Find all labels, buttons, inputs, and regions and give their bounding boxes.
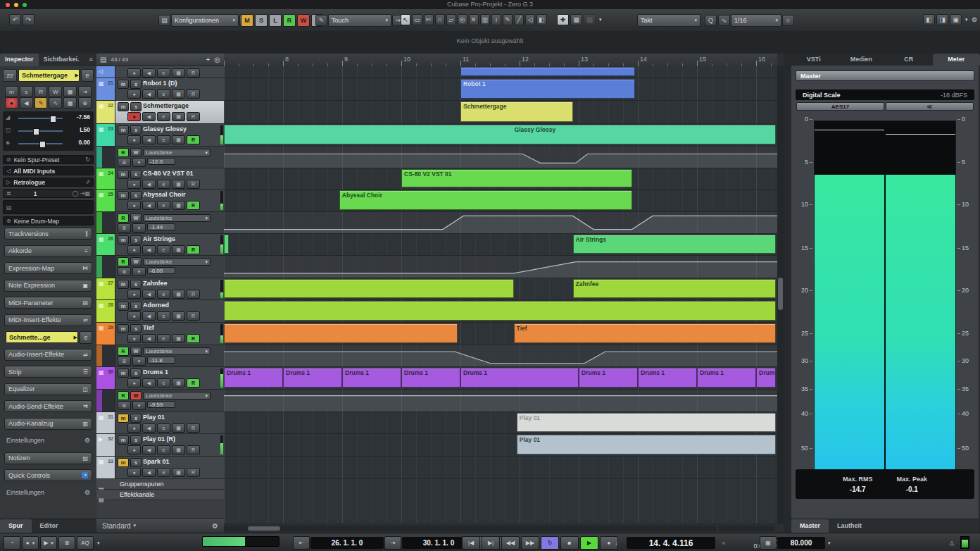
solo-button[interactable]: s (130, 369, 142, 378)
solo-button[interactable]: s (130, 80, 142, 89)
output-routing-field[interactable]: ▷ Retrologue ⇗ (3, 178, 94, 187)
clip-air-strings[interactable]: Air Strings (573, 235, 776, 254)
read-automation-button[interactable]: R (187, 290, 200, 299)
mute-button[interactable]: m (118, 102, 129, 111)
automation-list-icon[interactable]: ≣ (118, 401, 131, 410)
read-automation-button[interactable]: R (187, 378, 200, 388)
zoom-tool-icon[interactable]: ◎ (458, 14, 467, 25)
solo-button[interactable]: s (130, 414, 142, 423)
glue-tool-icon[interactable]: ∩ (435, 14, 445, 25)
instrument-icon[interactable]: ▦ (172, 468, 185, 477)
auto-quantize-button[interactable]: AQ (77, 536, 94, 550)
inspector-bottom-tab-editor[interactable]: Editor (32, 519, 67, 533)
monitor-button[interactable]: ◀ (142, 445, 156, 454)
read-automation-button[interactable]: R (187, 334, 200, 343)
tempo-value[interactable]: 80.000 (777, 537, 825, 549)
read-automation-button[interactable]: R (187, 468, 200, 477)
undo-icon[interactable]: ↶ (9, 14, 21, 25)
open-device-icon[interactable]: ⊕ (78, 97, 92, 109)
range-select-tool-icon[interactable]: ▭ (412, 14, 422, 25)
tempo-track-icon[interactable]: ▦ (760, 536, 777, 550)
solo-button[interactable]: s (130, 458, 142, 467)
edit-channel-button[interactable]: e (157, 468, 170, 477)
record-enable-button[interactable]: ● (127, 334, 141, 343)
automation-write-button[interactable]: W (130, 148, 142, 157)
object-select-tool-icon[interactable]: ↖ (401, 14, 410, 25)
horizontal-scrollbar[interactable] (224, 526, 717, 531)
mixer-icon[interactable]: ≣ (58, 536, 75, 550)
footer-gear-icon[interactable]: ⚙ (212, 522, 218, 530)
write-automation-button[interactable]: W (49, 86, 62, 97)
mute-tool-icon[interactable]: ✕ (469, 14, 479, 25)
mute-button[interactable]: m (118, 80, 129, 89)
track-row-play-01[interactable]: ▦31msPlay 01●◀e▦R (96, 412, 224, 434)
color-tool-icon[interactable]: ◧ (536, 14, 547, 25)
automation-mode-select[interactable]: Touch ▾ (328, 14, 391, 27)
clip-glassy-glossy[interactable]: Glassy Glossy (224, 125, 776, 144)
edit-channel-button[interactable]: e (157, 68, 170, 78)
record-enable-button[interactable]: ● (127, 290, 141, 299)
solo-button[interactable]: s (130, 280, 142, 289)
metronome-icon[interactable]: △ (944, 537, 960, 549)
automation-write-button[interactable]: W (130, 347, 142, 356)
inspector-section-audio-send-effekte[interactable]: Audio-Send-Effekte⇉ (4, 400, 92, 412)
record-enable-button[interactable]: ● (127, 112, 141, 121)
mute-button[interactable]: m (118, 170, 129, 179)
automation-curve-icon[interactable]: ▾ (132, 401, 146, 410)
record-enable-button[interactable]: ● (127, 311, 141, 321)
mute-button[interactable]: m (5, 86, 18, 97)
mute-button[interactable]: m (118, 125, 129, 135)
timeline-ruler[interactable]: 8910111213141516 (224, 54, 777, 67)
inspector-bottom-tab-spur[interactable]: Spur (0, 519, 32, 533)
automation-write-button[interactable]: W (130, 213, 142, 223)
record-enable-button[interactable]: ● (127, 89, 141, 99)
mute-button[interactable]: m (118, 280, 129, 289)
read-automation-button[interactable]: R (187, 135, 200, 144)
meter-tab-master[interactable]: Master (791, 519, 829, 533)
automation-lane[interactable]: RWLautstärke▾≣▾-12.0 (96, 147, 224, 168)
right-zone-tab-meter[interactable]: Meter (933, 54, 980, 66)
solo-button[interactable]: s (130, 191, 142, 200)
left-locator-value[interactable]: 26. 1. 1. 0 (310, 537, 384, 549)
automation-curve[interactable] (224, 147, 777, 168)
track-row-cs-80-v2-vst-01[interactable]: ▦24msCS-80 V2 VST 01●◀e▦R (96, 168, 224, 190)
goto-prev-marker-button[interactable]: |◀ (462, 536, 480, 550)
freeze-icon[interactable]: ▦ (63, 86, 77, 97)
instrument-icon[interactable]: ▦ (172, 311, 185, 321)
zoom-sliders[interactable] (719, 526, 775, 531)
automation-curve[interactable] (224, 345, 777, 366)
solo-button[interactable]: s (130, 235, 142, 244)
inspector-section-note-expression[interactable]: Note Expression▣ (4, 280, 92, 292)
edit-channel-button[interactable]: e (157, 135, 170, 144)
record-enable-button[interactable]: ● (127, 68, 141, 78)
transport-clock-icon[interactable]: ◔ (4, 536, 20, 550)
clip-play-01[interactable]: Play 01 (517, 435, 776, 454)
folder-track-gruppenspuren[interactable]: ▤Gruppenspuren (96, 479, 224, 490)
edit-channel-button[interactable]: e (157, 334, 170, 343)
track-search-icon[interactable]: ◎ (214, 56, 220, 63)
automation-parameter-select[interactable]: Lautstärke▾ (143, 258, 211, 266)
instrument-icon[interactable]: ▦ (172, 180, 185, 189)
monitor-button[interactable]: ◀ (142, 290, 156, 299)
automation-read-button[interactable]: R (118, 347, 129, 356)
automation-parameter-select[interactable]: Lautstärke▾ (143, 347, 211, 355)
mute-button[interactable]: m (118, 414, 129, 423)
solo-button[interactable]: s (130, 324, 142, 333)
clip-robot-1[interactable]: Robot 1 (460, 79, 635, 99)
instrument-icon[interactable]: ▦ (172, 445, 185, 454)
timewarp-tool-icon[interactable]: ≀ (491, 14, 501, 25)
comp-tool-icon[interactable]: ▥ (480, 14, 491, 25)
track-row-air-strings[interactable]: ▦26msAir Strings●◀e▦R (96, 234, 224, 256)
automation-list-icon[interactable]: ≣ (118, 267, 131, 276)
inspector-section-expression-map[interactable]: Expression-Map⋈ (4, 262, 92, 274)
quantize-icon[interactable]: Q (705, 15, 717, 26)
solo-button[interactable]: s (130, 435, 142, 445)
track-preset-name[interactable]: Standard (102, 522, 131, 530)
inspector-section-audio-insert-effekte[interactable]: Audio-Insert-Effekte⇌ (4, 349, 92, 361)
automation-list-icon[interactable]: ≣ (118, 223, 131, 233)
automation-write-button[interactable]: W (130, 257, 142, 266)
clip-drums-1[interactable]: Drums 1 (579, 368, 638, 388)
automation-list-icon[interactable]: ≣ (118, 357, 131, 366)
vertical-scroll-thumb[interactable] (778, 278, 783, 310)
automation-w-button[interactable]: W (297, 14, 310, 27)
